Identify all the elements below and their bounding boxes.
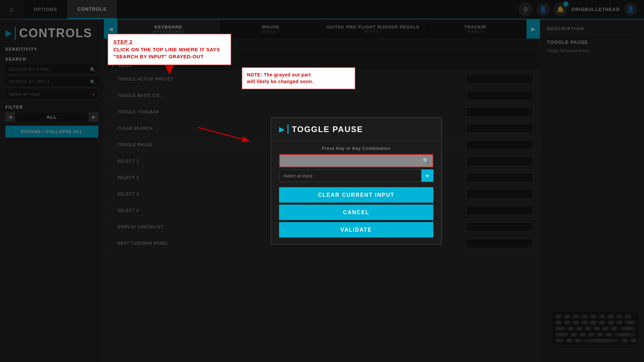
modal-arrow-icon: ▶ (279, 125, 284, 133)
modal-divider (287, 125, 288, 134)
modal-search-icon: 🔍 (423, 158, 429, 164)
callout-line1: CLICK ON THE TOP LINE WHERE IT SAYS (113, 46, 225, 53)
clear-current-input-button[interactable]: CLEAR CURRENT INPUT (279, 187, 433, 203)
callout-line2: "SEARCH BY INPUT" GRAYED-OUT (113, 53, 225, 60)
note-text: NOTE: The grayed out part will likely be… (247, 72, 350, 85)
validate-button[interactable]: VALIDATE (279, 222, 433, 238)
modal-select-row: Select an input ▼ (279, 170, 433, 182)
keybinding-modal: ▶ TOGGLE PAUSE Press Key or Key Combinat… (271, 118, 442, 245)
modal-header: ▶ TOGGLE PAUSE (271, 118, 441, 141)
modal-title: TOGGLE PAUSE (292, 125, 363, 134)
modal-key-input[interactable] (280, 155, 433, 167)
modal-key-search-container: 🔍 (279, 154, 433, 168)
cancel-button[interactable]: CANCEL (279, 205, 433, 220)
callout-step-label: STEP 2 (113, 39, 225, 45)
callout-arrow-icon (165, 65, 174, 75)
note-callout: NOTE: The grayed out part will likely be… (241, 67, 356, 89)
modal-subtitle: Press Key or Key Combination (271, 141, 441, 154)
modal-input-select[interactable]: Select an input (279, 170, 433, 182)
step2-callout: STEP 2 CLICK ON THE TOP LINE WHERE IT SA… (107, 34, 231, 65)
